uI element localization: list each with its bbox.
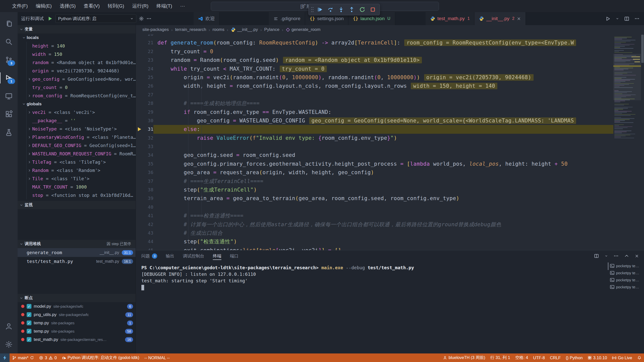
variable-row[interactable]: WASTELAND_ROOM_REQUEST_CONFIG = RoomR… — [27, 150, 136, 158]
step-into-button[interactable] — [336, 5, 346, 14]
activity-search[interactable] — [0, 33, 18, 51]
variable-row[interactable]: origin = vec2i(7205730, 9024468) — [27, 67, 136, 75]
menu-item[interactable]: 运行(R) — [128, 0, 152, 12]
breakpoint-row[interactable]: ✓temp.pysite-packages58 — [18, 327, 136, 335]
split-terminal-button[interactable] — [594, 253, 599, 258]
breadcrumb-item[interactable]: __init__.py — [231, 27, 258, 32]
terminal[interactable]: PS C:\computer_science\godot-ldtk\site-p… — [136, 261, 644, 353]
breadcrumb-item[interactable]: generate_room — [286, 27, 320, 32]
breadcrumb-item[interactable]: rooms — [213, 27, 224, 32]
menu-item[interactable]: 编辑(E) — [32, 0, 56, 12]
go-live-item[interactable]: Go Live — [610, 353, 635, 362]
variable-row[interactable]: random = <Random object at 0x1bf9d01e… — [27, 58, 136, 67]
tab-欢迎[interactable]: 欢迎 — [194, 12, 220, 25]
vim-mode-item[interactable]: -- NORMAL -- — [142, 353, 172, 362]
menu-item[interactable]: 转到(G) — [104, 0, 128, 12]
line-number[interactable]: 28 — [136, 99, 153, 108]
panel-tab-终端[interactable]: 终端 — [213, 250, 221, 261]
variable-row[interactable]: width = 150 — [27, 50, 136, 58]
code-editor[interactable]: 2021def generate_room(room_config: RoomR… — [136, 34, 644, 250]
toggle-sidebar-icon[interactable] — [567, 0, 579, 12]
menu-item[interactable]: 选择(S) — [56, 0, 80, 12]
toggle-panel-icon[interactable] — [579, 0, 590, 12]
line-number[interactable]: 41 — [136, 211, 153, 220]
watch-section-header[interactable]: 监视 — [18, 201, 136, 209]
eol-item[interactable]: CRLF — [547, 353, 563, 362]
variable-row[interactable]: NoiseType = <class 'NoiseType'> — [27, 125, 136, 133]
variable-group[interactable]: locals — [18, 33, 136, 42]
close-panel-button[interactable] — [635, 254, 639, 258]
variables-section-header[interactable]: 变量 — [18, 25, 136, 33]
activity-run-and-debug[interactable]: 1 — [0, 69, 18, 87]
line-number[interactable]: 35 — [136, 160, 153, 168]
problems-item[interactable]: 30 — [36, 353, 59, 362]
terminal-list-item[interactable]: pocketpy te… — [610, 269, 642, 276]
variable-row[interactable]: room_config = RoomRequestConfig(env_t… — [27, 92, 136, 100]
line-number[interactable]: 24 — [136, 65, 153, 73]
line-number[interactable]: 40 — [136, 203, 153, 211]
variable-row[interactable]: stop = <function stop at 0x1bf8d716d… — [27, 191, 136, 199]
debug-settings-gear-icon[interactable] — [139, 16, 144, 21]
breakpoint-checkbox[interactable]: ✓ — [27, 304, 31, 309]
indentation-item[interactable]: 空格: 4 — [513, 353, 531, 362]
line-number[interactable]: 42 — [136, 220, 153, 229]
stack-frame[interactable]: generate_room__init__.py31:1 — [18, 248, 136, 257]
line-number[interactable]: 37 — [136, 177, 153, 186]
line-number[interactable]: 44 — [136, 237, 153, 246]
editor-scrollbar[interactable] — [641, 34, 644, 250]
variable-group[interactable]: globals — [18, 100, 136, 108]
activity-remote-explorer[interactable] — [0, 87, 18, 105]
terminal-list-item[interactable]: pocketpy te… — [610, 284, 642, 290]
menu-item[interactable]: 终端(T) — [152, 0, 176, 12]
line-number[interactable]: 43 — [136, 229, 153, 237]
more-actions-icon[interactable] — [634, 16, 639, 21]
line-number[interactable]: 20 — [136, 34, 153, 38]
cursor-position-item[interactable]: 行 31, 列 1 — [488, 353, 513, 362]
menu-item[interactable]: 查看(V) — [80, 0, 104, 12]
breakpoint-row[interactable]: ✓png_utils.pysite-packages\wfc11 — [18, 310, 136, 319]
variable-row[interactable]: TileTag = <class 'TileTag'> — [27, 158, 136, 166]
line-number[interactable]: 23 — [136, 56, 153, 64]
customize-layout-icon[interactable] — [555, 0, 567, 12]
breakpoint-row[interactable]: ✓model.pysite-packages\wfc6 — [18, 302, 136, 310]
toggle-secondary-sidebar-icon[interactable] — [590, 0, 602, 12]
line-number[interactable]: 26 — [136, 82, 153, 90]
variable-row[interactable]: vec2i = <class 'vec2i'> — [27, 108, 136, 116]
line-number[interactable]: 21 — [136, 38, 153, 47]
terminal-list-item[interactable]: pocketpy te… — [610, 277, 642, 283]
panel-tab-问题[interactable]: 问题3 — [141, 250, 157, 261]
line-number[interactable]: 27 — [136, 90, 153, 99]
panel-tab-调试控制台[interactable]: 调试控制台 — [183, 250, 204, 261]
variable-row[interactable]: geo_config = GeoConfig(seed=None, wor… — [27, 75, 136, 83]
terminal-dropdown-icon[interactable] — [605, 254, 608, 258]
variable-row[interactable]: Tile = <class 'Tile'> — [27, 174, 136, 183]
panel-more-actions-icon[interactable] — [614, 253, 619, 258]
line-number[interactable]: 25 — [136, 73, 153, 82]
breadcrumb-item[interactable]: terrain_research — [175, 27, 206, 32]
breakpoint-checkbox[interactable]: ✓ — [27, 337, 31, 342]
continue-button[interactable] — [315, 5, 325, 14]
breakpoints-section-header[interactable]: 断点 — [18, 294, 136, 302]
step-over-button[interactable] — [325, 5, 336, 14]
line-number[interactable]: 39 — [136, 194, 153, 203]
drag-handle-icon[interactable] — [311, 6, 314, 13]
activity-explorer[interactable] — [0, 15, 18, 33]
variable-row[interactable]: MAX_TRY_COUNT = 1000 — [27, 183, 136, 191]
panel-tab-端口[interactable]: 端口 — [230, 250, 238, 261]
line-number[interactable]: 31 — [136, 125, 153, 133]
line-number[interactable]: 45 — [136, 246, 153, 250]
line-number[interactable]: 30 — [136, 116, 153, 125]
more-actions-icon[interactable] — [146, 16, 151, 21]
menu-item[interactable]: ··· — [176, 0, 189, 12]
line-number[interactable]: 36 — [136, 168, 153, 177]
python-version-item[interactable]: 3.10.10 — [585, 353, 610, 362]
restart-button[interactable] — [357, 5, 368, 14]
split-editor-button[interactable] — [624, 16, 629, 21]
activity-accounts[interactable] — [0, 317, 18, 335]
variable-row[interactable]: PlanetaryWindConfig = <class 'Planeta… — [27, 133, 136, 141]
close-icon[interactable] — [517, 17, 521, 21]
line-number[interactable]: 34 — [136, 151, 153, 159]
encoding-item[interactable]: UTF-8 — [531, 353, 547, 362]
start-debug-button[interactable] — [47, 16, 53, 21]
breadcrumb-item[interactable]: site-packages — [142, 27, 169, 32]
